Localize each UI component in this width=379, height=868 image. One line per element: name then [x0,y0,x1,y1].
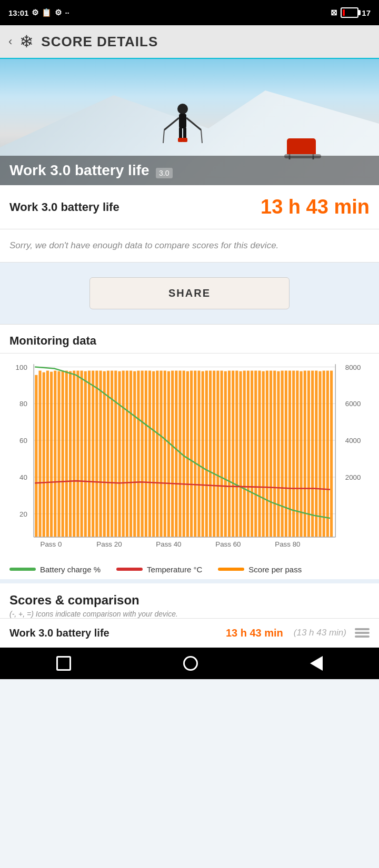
svg-text:6000: 6000 [345,400,361,408]
home-button[interactable] [183,656,198,671]
svg-rect-1 [179,114,186,128]
svg-text:80: 80 [19,400,27,408]
svg-rect-49 [114,370,117,537]
svg-rect-37 [69,371,72,537]
svg-rect-104 [323,370,325,537]
back-nav-button[interactable] [310,656,323,671]
svg-rect-90 [270,370,272,537]
svg-rect-40 [81,370,83,537]
svg-rect-68 [186,371,189,537]
share-section: SHARE [0,263,379,324]
svg-rect-33 [54,370,56,537]
svg-rect-96 [292,370,295,537]
status-bar: 13:01 ⚙ 📋 ⚙ ·· ⊠ 17 [0,0,379,25]
score-legend-color [218,568,244,571]
svg-rect-44 [95,370,98,537]
status-right: ⊠ 17 [331,7,371,18]
svg-rect-74 [209,370,212,537]
android-nav-bar [0,648,379,679]
svg-text:60: 60 [19,437,27,445]
hamburger-menu-icon[interactable] [355,628,370,638]
compare-text: Sorry, we don't have enough data to comp… [9,239,370,253]
svg-rect-39 [76,370,79,537]
svg-rect-55 [137,370,139,537]
recent-apps-button[interactable] [56,656,71,671]
svg-rect-52 [126,370,128,537]
back-button[interactable]: ‹ [8,35,12,48]
svg-rect-88 [262,371,265,537]
monitoring-chart: 100 80 60 40 20 8000 6000 4000 2000 [6,359,373,559]
svg-rect-10 [287,138,316,157]
svg-rect-106 [330,370,333,537]
chart-container: 100 80 60 40 20 8000 6000 4000 2000 [0,354,379,559]
svg-rect-30 [43,372,45,537]
bottom-row-value: 13 h 43 min [226,627,283,639]
temperature-legend-label: Temperature °C [147,565,202,574]
svg-point-0 [177,104,188,114]
config-icon: ⚙ [55,8,62,17]
svg-text:Pass 60: Pass 60 [215,540,241,548]
svg-rect-48 [111,370,113,537]
svg-rect-87 [258,370,261,537]
svg-rect-38 [73,370,75,537]
svg-rect-50 [118,371,121,537]
svg-rect-99 [304,370,306,537]
svg-rect-103 [318,371,321,537]
svg-line-7 [186,118,201,130]
svg-rect-51 [122,370,125,537]
hero-title: Work 3.0 battery life [9,162,149,178]
svg-text:Pass 20: Pass 20 [96,540,122,548]
monitoring-header: Monitoring data [0,325,379,354]
svg-rect-94 [285,370,287,537]
svg-rect-86 [254,370,257,537]
svg-rect-72 [202,371,204,537]
svg-rect-32 [50,371,53,537]
svg-text:100: 100 [16,363,27,371]
svg-rect-77 [221,370,223,537]
svg-rect-54 [133,371,136,537]
svg-rect-105 [326,370,329,537]
svg-text:8000: 8000 [345,363,361,371]
svg-rect-78 [224,371,227,537]
svg-rect-80 [232,370,234,537]
chart-wrapper: 100 80 60 40 20 8000 6000 4000 2000 [6,359,373,559]
settings-icon: ⚙ [32,8,38,17]
svg-text:4000: 4000 [345,437,361,445]
battery-x-icon: ⊠ [331,8,337,17]
svg-text:Pass 80: Pass 80 [275,540,300,548]
svg-text:Pass 40: Pass 40 [156,540,181,548]
svg-text:Pass 0: Pass 0 [41,540,62,548]
svg-rect-71 [197,370,200,537]
svg-rect-65 [175,370,177,537]
svg-rect-64 [171,370,174,537]
score-value: 13 h 43 min [261,196,370,218]
svg-rect-82 [239,371,242,537]
score-label: Work 3.0 battery life [9,200,248,214]
svg-rect-58 [148,370,151,537]
svg-rect-41 [84,371,87,537]
page-title: SCORE DETAILS [41,34,158,50]
svg-rect-75 [213,370,215,537]
svg-rect-31 [46,370,49,537]
svg-rect-56 [141,370,144,537]
svg-rect-42 [88,370,91,537]
legend-temperature: Temperature °C [116,565,202,574]
compare-section: Sorry, we don't have enough data to comp… [0,229,379,263]
share-button[interactable]: SHARE [89,277,290,309]
score-section: Work 3.0 battery life 13 h 43 min [0,185,379,229]
svg-rect-67 [183,370,185,537]
svg-text:20: 20 [19,510,27,518]
svg-rect-95 [288,370,291,537]
temperature-legend-color [116,568,143,571]
svg-rect-76 [216,370,219,537]
svg-rect-36 [65,370,68,537]
svg-rect-29 [38,370,41,537]
skier-figure [159,101,206,156]
svg-rect-63 [167,371,170,537]
svg-rect-46 [103,371,106,537]
monitoring-section: Monitoring data 100 80 60 40 20 8000 600… [0,324,379,579]
scores-title: Scores & comparison [9,593,370,608]
svg-line-8 [163,130,164,143]
svg-rect-93 [281,370,284,537]
battery-indicator [341,7,358,18]
